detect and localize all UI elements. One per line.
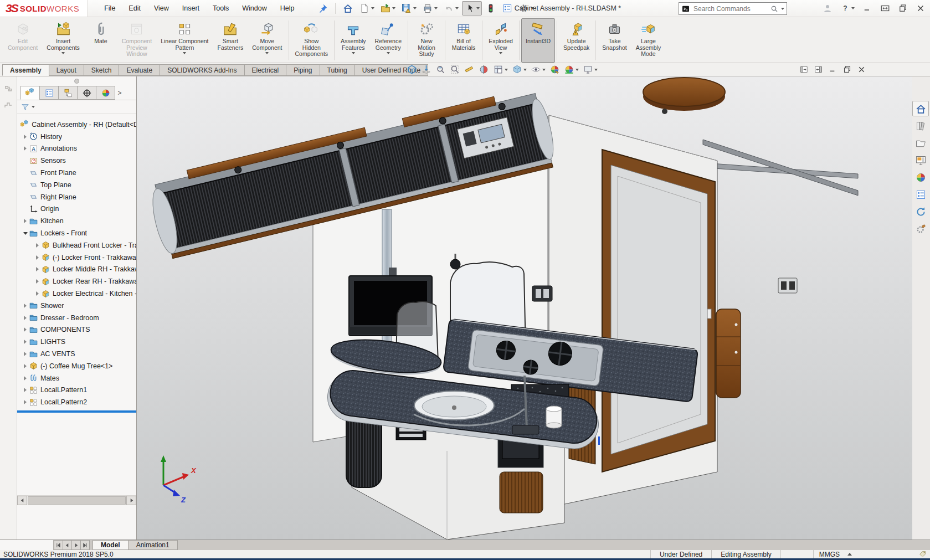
hide-show-items-icon[interactable] (530, 64, 546, 75)
solidworks-resources-icon[interactable] (912, 101, 929, 116)
expander-icon[interactable] (22, 340, 29, 344)
tab-assembly[interactable]: Assembly (2, 64, 49, 76)
dropdown-caret[interactable] (352, 52, 355, 54)
print-icon[interactable] (420, 1, 440, 16)
tree-root-assembly[interactable]: Cabinet Assembly - RH (Default<Disp (17, 119, 136, 131)
solidworks-cam-icon[interactable] (912, 221, 929, 237)
design-library-icon[interactable] (912, 118, 929, 133)
tree-item-locker-electrical-kitchen-t[interactable]: Locker Electrical - Kitchen - T (17, 287, 136, 300)
tree-item-locker-middle-rh-trakkawa[interactable]: Locker Middle RH - Trakkawa (17, 264, 136, 276)
undo-icon[interactable] (441, 1, 461, 16)
expander-icon[interactable] (22, 327, 29, 332)
doc-minimize-icon[interactable] (828, 65, 837, 74)
assembly-features-button[interactable]: Assembly Features (336, 18, 371, 63)
configurationmanager-tab[interactable] (58, 86, 78, 100)
graphics-viewport[interactable]: X Z (137, 76, 911, 540)
bottom-tab-animation1[interactable]: Animation1 (128, 540, 178, 550)
expander-icon[interactable] (34, 279, 41, 284)
tree-item-locker-front-trakkaway-8[interactable]: (-) Locker Front - Trakkaway 8 (17, 251, 136, 264)
search-dropdown-caret[interactable] (781, 8, 784, 10)
menu-tools[interactable]: Tools (206, 2, 235, 15)
search-type-icon[interactable] (681, 4, 690, 13)
custom-properties-icon[interactable] (912, 187, 929, 202)
select-cursor-icon[interactable] (462, 1, 482, 16)
bill-of-materials-button[interactable]: Bill of Materials (447, 18, 480, 63)
tree-item-components[interactable]: COMPONENTS (17, 324, 136, 336)
span-displays-icon[interactable] (880, 3, 890, 13)
linear-component-pattern-button[interactable]: Linear Component Pattern (156, 18, 213, 63)
edit-component-button[interactable]: Edit Component (3, 18, 42, 63)
rollback-bar[interactable] (17, 410, 136, 413)
expander-icon[interactable] (22, 364, 29, 368)
featuremanager-tab[interactable] (20, 86, 40, 100)
large-assembly-mode-button[interactable]: Large Assembly Mode (631, 18, 666, 63)
door-handle[interactable] (707, 309, 711, 318)
dropdown-caret[interactable] (594, 69, 598, 71)
units-selector[interactable]: MMGS (813, 550, 857, 558)
file-explorer-icon[interactable] (912, 135, 929, 151)
dropdown-caret[interactable] (576, 69, 579, 71)
tree-item-top-plane[interactable]: Top Plane (17, 179, 136, 191)
tree-item-history[interactable]: History (17, 131, 136, 143)
menu-edit[interactable]: Edit (122, 2, 147, 15)
tab-sketch[interactable]: Sketch (84, 64, 120, 76)
edit-appearance-icon[interactable] (549, 64, 561, 75)
minimize-icon[interactable] (862, 3, 872, 13)
first-tab-button[interactable] (54, 540, 63, 550)
bottom-tab-model[interactable]: Model (93, 540, 129, 550)
panel-splitter-handle[interactable] (74, 79, 79, 84)
tree-item-front-plane[interactable]: Front Plane (17, 167, 136, 179)
section-view-icon[interactable] (478, 64, 490, 75)
component-preview-window-button[interactable]: Component Preview Window (117, 18, 156, 63)
measure-icon[interactable] (464, 64, 475, 75)
search-commands-box[interactable] (679, 2, 787, 15)
doc-close-icon[interactable] (857, 65, 866, 74)
dropdown-caret[interactable] (542, 69, 546, 71)
solidworks-forum-icon[interactable] (912, 204, 929, 219)
normal-to-icon[interactable] (420, 64, 432, 75)
viewport-3d-scene[interactable]: X Z (137, 76, 912, 543)
dropdown-caret[interactable] (61, 52, 65, 54)
move-component-button[interactable]: Move Component (248, 18, 286, 63)
dropdown-caret[interactable] (183, 52, 186, 54)
next-tab-button[interactable] (71, 540, 81, 550)
propertymanager-tab[interactable] (39, 86, 59, 100)
pin-icon[interactable] (315, 1, 331, 16)
save-icon[interactable] (399, 1, 419, 16)
update-speedpak-button[interactable]: Update Speedpak (559, 18, 594, 63)
new-motion-study-button[interactable]: New Motion Study (410, 18, 443, 63)
flyout-steps-icon[interactable] (4, 101, 13, 110)
menu-file[interactable]: File (97, 2, 122, 15)
search-input[interactable] (692, 4, 768, 13)
collapse-right-pane-icon[interactable] (814, 65, 823, 74)
dropdown-caret[interactable] (851, 7, 855, 9)
tree-item-locallpattern2[interactable]: LocalLPattern2 (17, 396, 136, 408)
tree-item-coffee-mug-tree-1[interactable]: (-) Coffee Mug Tree<1> (17, 360, 136, 372)
dropdown-caret[interactable] (387, 52, 390, 54)
last-tab-button[interactable] (80, 540, 90, 550)
menu-help[interactable]: Help (274, 2, 301, 15)
tree-item-right-plane[interactable]: Right Plane (17, 191, 136, 203)
zoom-to-fit-icon[interactable] (406, 64, 418, 75)
dimxpertmanager-tab[interactable] (77, 86, 96, 100)
expander-icon[interactable] (22, 388, 29, 392)
tab-solidworks-add-ins[interactable]: SOLIDWORKS Add-Ins (160, 64, 244, 76)
expander-icon[interactable] (34, 243, 41, 248)
dropdown-caret[interactable] (523, 69, 527, 71)
scroll-right-button[interactable] (126, 496, 136, 505)
menu-insert[interactable]: Insert (176, 2, 206, 15)
user-account-icon[interactable] (823, 3, 833, 13)
expander-icon[interactable] (22, 135, 29, 139)
tree-horizontal-scrollbar[interactable] (17, 495, 136, 505)
tab-tubing[interactable]: Tubing (320, 64, 355, 76)
wall-socket-right[interactable] (778, 278, 797, 293)
show-hidden-components-button[interactable]: Show Hidden Components (291, 18, 333, 63)
dropdown-caret[interactable] (455, 7, 459, 9)
dropdown-caret[interactable] (413, 7, 417, 9)
tree-item-shower[interactable]: Shower (17, 300, 136, 312)
zoom-to-area-icon[interactable] (449, 64, 461, 75)
expander-icon[interactable] (22, 352, 29, 356)
dropdown-caret[interactable] (265, 52, 269, 54)
instant3d-button[interactable]: Instant3D (521, 18, 555, 63)
previous-tab-button[interactable] (63, 540, 72, 550)
